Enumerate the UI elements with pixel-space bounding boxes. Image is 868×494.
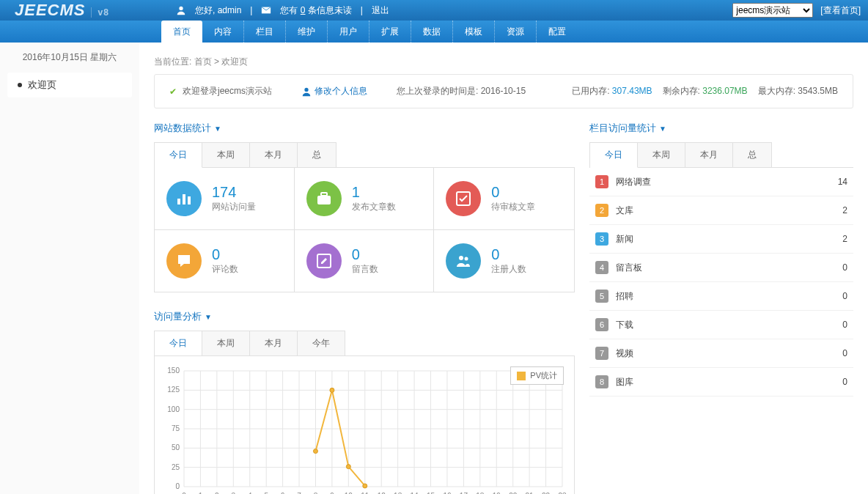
rank-name: 下载	[616, 319, 842, 331]
breadcrumb-home[interactable]: 首页	[194, 56, 212, 67]
bar-chart-icon	[166, 181, 202, 216]
tab-month[interactable]: 本月	[250, 331, 298, 355]
rank-name: 视频	[616, 347, 842, 360]
stat-card: 174网站访问量	[155, 168, 295, 230]
tab-month[interactable]: 本月	[685, 143, 733, 167]
nav-扩展[interactable]: 扩展	[369, 21, 411, 43]
rank-name: 留言板	[616, 262, 842, 274]
rank-index: 2	[595, 204, 608, 217]
main-nav: 首页内容栏目维护用户扩展数据模板资源配置	[0, 21, 868, 43]
comment-icon	[166, 243, 202, 279]
svg-text:75: 75	[172, 424, 180, 432]
nav-用户[interactable]: 用户	[328, 21, 369, 43]
edit-profile-link[interactable]: 修改个人信息	[301, 85, 367, 97]
nav-资源[interactable]: 资源	[495, 21, 537, 43]
stat-value: 174	[212, 184, 256, 201]
stats-tabs: 今日 本周 本月 总	[154, 142, 336, 167]
svg-text:125: 125	[167, 386, 180, 394]
tab-today[interactable]: 今日	[155, 143, 202, 168]
svg-point-74	[313, 449, 317, 454]
unread-link[interactable]: 0	[301, 5, 306, 15]
rank-row[interactable]: 8图库0	[589, 368, 853, 397]
svg-rect-5	[188, 196, 191, 204]
user-link[interactable]: admin	[218, 5, 242, 15]
logout-link[interactable]: 退出	[372, 4, 389, 17]
view-home-link[interactable]: [查看首页]	[820, 4, 861, 17]
rank-row[interactable]: 2文库2	[589, 196, 853, 225]
rank-index: 1	[595, 175, 608, 188]
users-icon	[446, 243, 481, 279]
rank-index: 7	[595, 347, 608, 360]
tab-today[interactable]: 今日	[155, 331, 202, 356]
sidebar-item-welcome[interactable]: 欢迎页	[7, 73, 132, 97]
user-icon	[301, 86, 312, 97]
stat-label: 评论数	[212, 263, 238, 276]
rank-row[interactable]: 3新闻2	[589, 225, 853, 254]
stat-value: 0	[491, 184, 535, 201]
rank-count: 0	[842, 291, 847, 301]
tab-today[interactable]: 今日	[590, 143, 638, 168]
top-left: 您好, admin | 您有 0 条信息未读 | 退出	[176, 4, 389, 17]
nav-首页[interactable]: 首页	[161, 21, 202, 43]
rank-row[interactable]: 4留言板0	[589, 254, 853, 282]
tab-total[interactable]: 总	[298, 143, 336, 167]
breadcrumb: 当前位置: 首页 > 欢迎页	[154, 50, 853, 74]
mail-info: 您有 0 条信息未读	[280, 4, 351, 17]
brand-version: v8	[91, 7, 108, 18]
svg-rect-4	[183, 194, 185, 204]
rank-row[interactable]: 1网络调查14	[589, 168, 853, 196]
main-content: 当前位置: 首页 > 欢迎页 ✔ 欢迎登录jeecms演示站 修改个人信息 您上…	[139, 43, 868, 494]
greeting: 您好, admin	[195, 4, 241, 17]
stat-label: 注册人数	[491, 263, 526, 276]
tab-week[interactable]: 本周	[202, 331, 250, 355]
rank-count: 0	[842, 377, 847, 387]
tab-total[interactable]: 总	[733, 143, 771, 167]
line-chart: 0255075100125150012345678910111213141516…	[159, 364, 570, 494]
rank-row[interactable]: 6下载0	[589, 311, 853, 339]
bullet-icon	[18, 83, 22, 87]
last-login: 您上次登录的时间是: 2016-10-15	[397, 85, 526, 97]
stat-card: 1发布文章数	[295, 168, 435, 230]
svg-point-2	[304, 87, 308, 91]
tab-month[interactable]: 本月	[250, 143, 298, 167]
stat-card: 0待审核文章	[434, 168, 574, 230]
rank-row[interactable]: 7视频0	[589, 339, 853, 368]
rank-count: 0	[842, 320, 847, 330]
tab-week[interactable]: 本周	[202, 143, 250, 167]
tab-week[interactable]: 本周	[638, 143, 685, 167]
section-site-stats[interactable]: 网站数据统计▼	[154, 122, 575, 135]
site-select[interactable]: jeecms演示站	[732, 3, 813, 18]
svg-point-75	[330, 388, 334, 392]
stat-value: 1	[352, 184, 396, 201]
rank-name: 文库	[616, 204, 842, 217]
rank-list: 1网络调查142文库23新闻24留言板05招聘06下载07视频08图库0	[589, 167, 853, 397]
tab-year[interactable]: 今年	[298, 331, 345, 355]
brand-name: JEECMS	[15, 1, 85, 19]
legend-swatch	[517, 372, 526, 380]
rank-index: 5	[595, 290, 608, 303]
svg-rect-3	[177, 199, 180, 204]
nav-模板[interactable]: 模板	[453, 21, 495, 43]
nav-内容[interactable]: 内容	[202, 21, 244, 43]
section-traffic[interactable]: 访问量分析▼	[154, 310, 575, 323]
nav-栏目[interactable]: 栏目	[244, 21, 286, 43]
rank-name: 新闻	[616, 233, 842, 246]
nav-维护[interactable]: 维护	[286, 21, 328, 43]
rank-index: 4	[595, 261, 608, 274]
section-column-stats[interactable]: 栏目访问量统计▼	[589, 122, 853, 135]
nav-配置[interactable]: 配置	[537, 21, 578, 43]
svg-point-10	[459, 256, 463, 260]
edit-icon	[306, 243, 342, 279]
svg-point-11	[465, 257, 468, 261]
chart-container: PV统计 02550751001251500123456789101112131…	[154, 355, 575, 494]
rank-count: 2	[842, 234, 847, 244]
svg-text:25: 25	[172, 463, 180, 471]
info-bar: ✔ 欢迎登录jeecms演示站 修改个人信息 您上次登录的时间是: 2016-1…	[154, 74, 853, 108]
svg-text:0: 0	[175, 482, 180, 490]
nav-数据[interactable]: 数据	[411, 21, 453, 43]
stat-label: 网站访问量	[212, 201, 256, 213]
rank-index: 8	[595, 375, 608, 388]
check-icon: ✔	[169, 86, 177, 97]
rank-name: 招聘	[616, 290, 842, 303]
rank-row[interactable]: 5招聘0	[589, 282, 853, 311]
